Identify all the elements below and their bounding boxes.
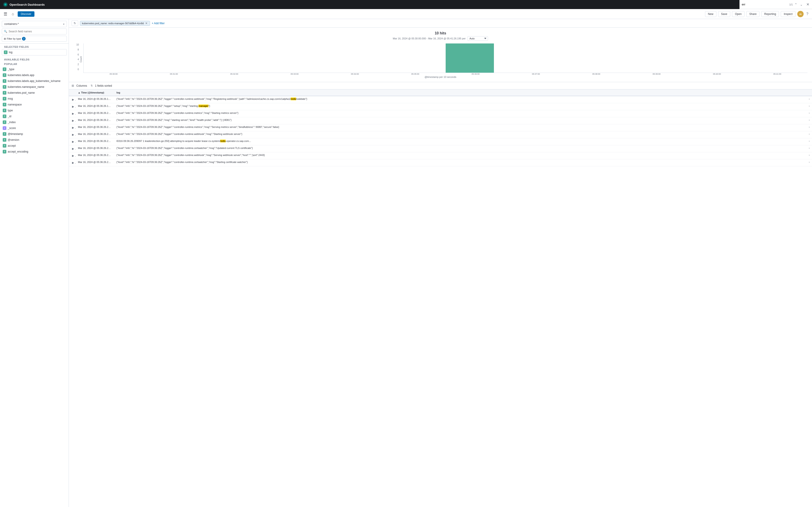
expand-row-button[interactable]: ▶ <box>71 139 75 144</box>
reporting-button[interactable]: Reporting <box>761 11 779 17</box>
table-row: ▶ Mar 16, 2024 @ 05:36:26.2089... {"leve… <box>69 117 812 124</box>
y-label-4: 4 <box>78 58 79 61</box>
x-axis-labels: 05:30:00 05:31:00 05:32:00 05:33:00 05:3… <box>83 73 807 75</box>
selected-fields-section-label: Selected fields <box>2 44 67 49</box>
field-item-score[interactable]: # _score <box>2 125 67 131</box>
td-expand: ▶ <box>69 131 76 138</box>
field-badge: f <box>3 132 6 136</box>
filter-tag-pod: kubernetes.pod_name: redis-manager-567dd… <box>80 21 150 26</box>
expand-row-button[interactable]: ▶ <box>71 154 75 158</box>
x-label-8: 05:38:00 <box>566 73 626 75</box>
expand-row-button[interactable]: ▶ <box>71 161 75 165</box>
field-item-accept-encoding[interactable]: f accept_encoding <box>2 149 67 155</box>
help-button[interactable]: ? <box>805 11 809 17</box>
table-row: ▶ Mar 16, 2024 @ 05:36:26.2089... {"leve… <box>69 124 812 131</box>
discover-tab[interactable]: Discover <box>18 11 35 17</box>
chevron-right-icon: › <box>809 161 810 163</box>
field-item-k8s-labels-app[interactable]: f kubernetes.labels.app <box>2 72 67 78</box>
field-item-type-field[interactable]: f type <box>2 108 67 113</box>
search-fields-container: 🔍 <box>2 29 67 35</box>
expand-row-button[interactable]: ▶ <box>71 119 75 123</box>
td-time: Mar 16, 2024 @ 05:36:26.1143... <box>76 103 114 110</box>
td-expand: ▶ <box>69 159 76 166</box>
field-name: namespace <box>8 103 66 106</box>
columns-button[interactable]: Columns <box>77 84 87 88</box>
field-badge: f <box>3 109 6 112</box>
menu-button[interactable]: ☰ <box>3 11 8 17</box>
refresh-button[interactable]: ↻ <box>71 20 78 26</box>
search-fields-input[interactable] <box>9 30 65 33</box>
expand-row-button[interactable]: ▶ <box>71 126 75 130</box>
field-item-id[interactable]: f _id <box>2 113 67 119</box>
navbar: ☰ ⌂ Discover New Save Open Share Reporti… <box>0 9 812 19</box>
find-input[interactable] <box>740 3 789 6</box>
field-item-k8s-labels-app-io[interactable]: f kubernetes.labels.app_kubernetes_io/na… <box>2 78 67 84</box>
x-axis-title: @timestamp per 10 seconds <box>73 75 807 78</box>
field-item-k8s-pod[interactable]: f kubernetes.pod_name <box>2 90 67 96</box>
table-row: ▶ Mar 16, 2024 @ 05:36:26.1142... {"leve… <box>69 96 812 103</box>
chevron-right-icon: › <box>809 119 810 121</box>
x-label-5: 05:35:00 <box>385 73 445 75</box>
td-log: {"level":"info","ts":"2024-03-16T09:36:2… <box>114 103 807 110</box>
th-log-label: log <box>116 91 120 94</box>
field-item-type[interactable]: f _type <box>2 66 67 72</box>
save-button[interactable]: Save <box>718 11 730 17</box>
search-close-button[interactable]: ✕ <box>805 2 811 7</box>
highlight-redis-2: redis <box>220 139 226 143</box>
chart-area: 10 hits Mar 16, 2024 @ 05:30:00.000 - Ma… <box>69 27 812 82</box>
field-item-accept[interactable]: f accept <box>2 143 67 149</box>
table-toolbar: ⊞ Columns ⇅ 1 fields sorted <box>69 82 812 90</box>
expand-row-button[interactable]: ▶ <box>71 133 75 137</box>
avatar[interactable]: m <box>797 11 804 17</box>
field-name: _index <box>8 121 66 124</box>
table-area: ⊞ Columns ⇅ 1 fields sorted ▲ Time (@tim… <box>69 82 812 507</box>
expand-row-button[interactable]: ▶ <box>71 112 75 116</box>
sort-button[interactable]: 1 fields sorted <box>95 84 112 88</box>
expand-row-button[interactable]: ▶ <box>71 147 75 151</box>
results-table: ▲ Time (@timestamp) log ▶ Mar 16, 2024 @… <box>69 90 812 166</box>
td-chevron: › <box>807 138 812 145</box>
x-label-2: 05:32:00 <box>204 73 264 75</box>
selected-field-log[interactable]: f log <box>2 49 67 55</box>
y-label-0: 0 <box>78 68 79 71</box>
search-prev-button[interactable]: ⌃ <box>794 2 798 7</box>
field-item-timestamp[interactable]: f @timestamp <box>2 131 67 137</box>
field-item-msg[interactable]: f msg <box>2 96 67 102</box>
sort-label: 1 fields sorted <box>95 84 112 88</box>
field-item-index[interactable]: f _index <box>2 119 67 125</box>
filter-by-type-button[interactable]: ⊞ Filter by type 3 <box>2 36 67 42</box>
th-log[interactable]: log <box>114 90 807 96</box>
search-next-button[interactable]: ⌄ <box>799 2 804 7</box>
inspect-button[interactable]: Inspect <box>781 11 796 17</box>
filter-remove-button[interactable]: ✕ <box>145 22 148 25</box>
y-axis-labels: 10 8 6 4 2 0 <box>73 44 80 75</box>
new-button[interactable]: New <box>705 11 716 17</box>
field-badge: # <box>3 126 6 130</box>
chart-subtitle: Mar 16, 2024 @ 05:30:00.000 - Mar 16, 20… <box>73 36 807 41</box>
expand-row-button[interactable]: ▶ <box>71 98 75 102</box>
interval-select[interactable]: Auto 5 seconds 10 seconds 30 seconds 1 m… <box>467 36 488 41</box>
td-chevron: › <box>807 152 812 159</box>
table-row: ▶ Mar 16, 2024 @ 05:36:26.2093... {"leve… <box>69 152 812 159</box>
field-name: msg <box>8 97 66 100</box>
field-badge: f <box>3 97 6 101</box>
open-button[interactable]: Open <box>732 11 745 17</box>
home-button[interactable]: ⌂ <box>10 11 16 17</box>
field-item-namespace[interactable]: f namespace <box>2 102 67 108</box>
field-badge: f <box>3 120 6 124</box>
field-item-k8s-namespace[interactable]: f kubernetes.namespace_name <box>2 84 67 90</box>
th-chevron <box>807 90 812 96</box>
td-log: {"level":"info","ts":"2024-03-16T09:36:2… <box>114 145 807 152</box>
expand-row-button[interactable]: ▶ <box>71 105 75 109</box>
add-filter-button[interactable]: + Add filter <box>152 22 165 25</box>
field-type-badge: f <box>4 51 7 54</box>
td-expand: ▶ <box>69 103 76 110</box>
field-item-version[interactable]: f @version <box>2 137 67 143</box>
th-time[interactable]: ▲ Time (@timestamp) <box>76 90 114 96</box>
index-pattern-selector[interactable]: containers-* ▾ <box>2 21 67 27</box>
td-chevron: › <box>807 145 812 152</box>
td-expand: ▶ <box>69 152 76 159</box>
td-chevron: › <box>807 117 812 124</box>
share-button[interactable]: Share <box>746 11 759 17</box>
sort-icon: ⇅ <box>91 84 93 87</box>
